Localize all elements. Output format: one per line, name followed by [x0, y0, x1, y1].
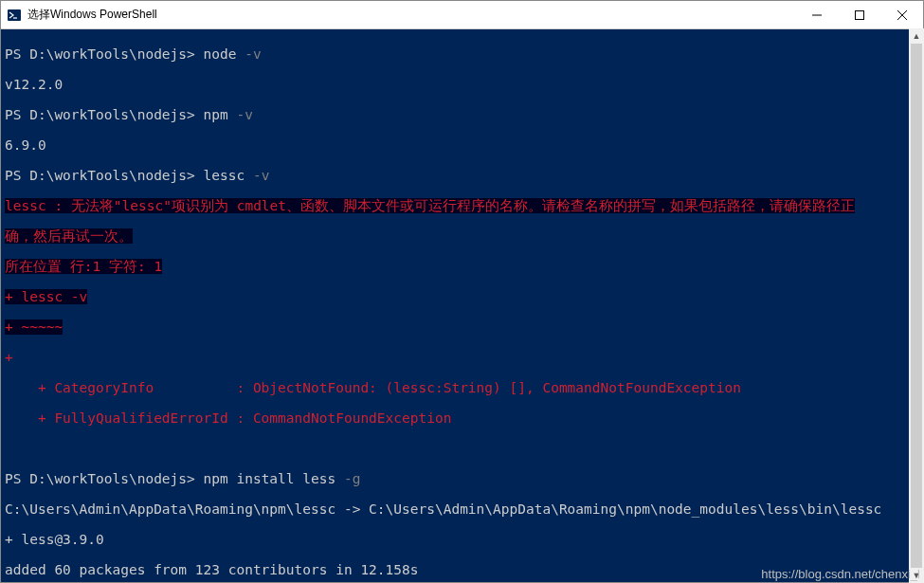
cmd-text: lessc — [204, 168, 245, 183]
error-line: 所在位置 行:1 字符: 1 — [5, 259, 162, 274]
titlebar[interactable]: 选择Windows PowerShell — [1, 1, 923, 29]
cmd-flag: -g — [344, 471, 360, 486]
error-line: lessc : 无法将"lessc"项识别为 cmdlet、函数、脚本文件或可运… — [5, 198, 855, 213]
window-title: 选择Windows PowerShell — [27, 7, 795, 23]
scrollbar-thumb[interactable] — [911, 44, 922, 568]
error-fqid: + FullyQualifiedErrorId : CommandNotFoun… — [5, 410, 451, 426]
window-controls — [795, 1, 923, 28]
cmd-text: npm — [204, 107, 228, 122]
output-line: v12.2.0 — [5, 77, 919, 92]
error-line: + — [5, 350, 13, 365]
output-line: + less@3.9.0 — [5, 532, 919, 547]
prompt: PS D:\workTools\nodejs> — [5, 471, 195, 486]
cmd-text: node — [204, 46, 237, 62]
scroll-up-button[interactable]: ▲ — [909, 28, 924, 44]
minimize-button[interactable] — [795, 1, 838, 28]
output-line: C:\Users\Admin\AppData\Roaming\npm\lessc… — [5, 501, 919, 517]
prompt: PS D:\workTools\nodejs> — [5, 107, 195, 122]
cmd-flag: -v — [253, 168, 269, 183]
blank-line — [5, 441, 919, 456]
output-line: added 60 packages from 123 contributors … — [5, 562, 919, 577]
error-category: + CategoryInfo : ObjectNotFound: (lessc:… — [5, 380, 741, 395]
cmd-text: npm install less — [204, 471, 336, 486]
maximize-button[interactable] — [838, 1, 880, 28]
close-button[interactable] — [880, 1, 923, 28]
error-line: + ~~~~~ — [5, 319, 63, 335]
prompt: PS D:\workTools\nodejs> — [5, 168, 195, 183]
error-line: 确，然后再试一次。 — [5, 228, 133, 244]
output-line: 6.9.0 — [5, 137, 919, 153]
powershell-icon — [7, 8, 22, 23]
cmd-flag: -v — [236, 107, 252, 122]
prompt: PS D:\workTools\nodejs> — [5, 46, 195, 62]
terminal-output[interactable]: PS D:\workTools\nodejs> node -v v12.2.0 … — [1, 29, 923, 582]
cmd-flag: -v — [245, 46, 261, 62]
vertical-scrollbar[interactable]: ▲ ▼ — [909, 28, 924, 583]
svg-rect-3 — [855, 10, 863, 19]
scrollbar-track[interactable] — [909, 44, 924, 568]
error-line: + lessc -v — [5, 289, 87, 304]
scroll-down-button[interactable]: ▼ — [909, 568, 924, 583]
powershell-window: 选择Windows PowerShell PS D:\workTools\nod… — [0, 0, 924, 583]
